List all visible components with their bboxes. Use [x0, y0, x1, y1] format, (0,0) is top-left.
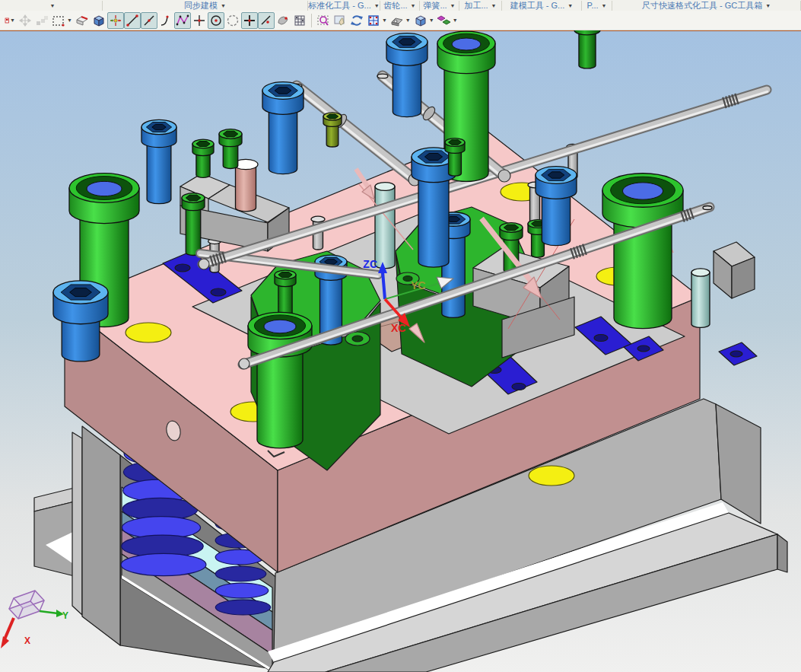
toolbar-tab-label: 建模工具 - G... [510, 1, 565, 11]
chevron-down-icon[interactable]: ▼ [453, 18, 458, 23]
chevron-down-icon[interactable]: ▼ [50, 3, 56, 8]
chevron-down-icon[interactable]: ▼ [429, 18, 434, 23]
pattern-face-icon[interactable] [33, 12, 50, 29]
toolbar-tab-label: 尺寸快速格式化工具 - GC工具箱 [642, 1, 762, 11]
viewport-3d[interactable]: ZC YC XC X Y [0, 0, 801, 672]
plus-point-tool-icon[interactable] [241, 12, 258, 29]
chevron-down-icon[interactable]: ▼ [602, 3, 607, 8]
toolbar-tab-label: 齿轮... [383, 1, 407, 11]
pan-view-icon[interactable] [332, 12, 348, 29]
toolbar-divider [311, 14, 312, 27]
chevron-down-icon[interactable]: ▼ [382, 18, 387, 23]
toolbar-tab-1[interactable]: 同步建模▼ [103, 1, 308, 11]
wcs-x-label: XC [391, 322, 405, 334]
toolbar-tab-5[interactable]: 加工...▼ [459, 1, 502, 11]
point-axis-icon[interactable] [191, 12, 208, 29]
toolbar-tab-label: 加工... [464, 1, 488, 11]
chevron-down-icon[interactable]: ▼ [411, 3, 416, 8]
wcs-z-label: ZC [363, 258, 377, 270]
toolbar-tab-3[interactable]: 齿轮...▼ [380, 1, 420, 11]
snap-grid-icon[interactable] [365, 12, 382, 29]
face-point-icon[interactable] [275, 12, 291, 29]
circle-center-tool-icon[interactable] [208, 12, 224, 29]
chevron-down-icon[interactable]: ▼ [221, 3, 226, 8]
toolbar-tab-4[interactable]: 弹簧...▼ [420, 1, 459, 11]
chevron-down-icon[interactable]: ▼ [450, 3, 456, 8]
chevron-down-icon[interactable]: ▼ [67, 18, 72, 23]
format-brush-icon[interactable] [1, 12, 10, 29]
chevron-down-icon[interactable]: ▼ [10, 18, 15, 23]
view-x-label: X [24, 635, 30, 646]
toolbar-tab-8[interactable]: 尺寸快速格式化工具 - GC工具箱▼ [612, 1, 801, 11]
line-midpoint-tool-icon[interactable] [141, 12, 157, 29]
toolbar-tab-2[interactable]: 标准化工具 - G...▼ [308, 1, 380, 11]
render-style-icon[interactable] [389, 12, 405, 29]
delete-face-icon[interactable] [74, 12, 91, 29]
guide-bushing-centerleft[interactable] [248, 312, 312, 447]
toolbar-tab-7[interactable]: P...▼ [582, 1, 612, 11]
support-pillar-left[interactable] [72, 426, 120, 645]
chevron-down-icon[interactable]: ▼ [765, 3, 771, 8]
move-face-icon[interactable] [17, 12, 33, 29]
toolbar-tab-6[interactable]: 建模工具 - G...▼ [502, 1, 582, 11]
shaded-view-icon[interactable] [412, 12, 429, 29]
chevron-down-icon[interactable]: ▼ [374, 3, 380, 8]
cad-window: { "toolbar_row1": { "items": [ {"label":… [0, 0, 801, 672]
spline-tool-icon[interactable] [174, 12, 191, 29]
wcs-y-label: YC [411, 279, 425, 291]
visualize-shape-icon[interactable] [436, 12, 453, 29]
toolbar-icons: ▼▼▼▼▼▼ [0, 11, 801, 30]
toolbar-tab-label: 标准化工具 - G... [308, 1, 371, 11]
point-tool-icon[interactable] [107, 12, 124, 29]
fillet-curve-tool-icon[interactable] [157, 12, 174, 29]
toolbar-tab-label: 同步建模 [184, 1, 218, 11]
date-insert-left[interactable] [375, 183, 395, 269]
zoom-fit-icon[interactable] [315, 12, 332, 29]
shaded-cube-icon[interactable] [91, 12, 107, 29]
guide-bushing-right[interactable] [602, 174, 683, 329]
chevron-down-icon[interactable]: ▼ [405, 18, 411, 23]
grid-table-icon[interactable] [291, 12, 308, 29]
toolbar-tabs: ▼同步建模▼标准化工具 - G...▼齿轮...▼弹簧...▼加工...▼建模工… [0, 0, 801, 11]
rotate-view-icon[interactable] [348, 12, 365, 29]
select-marquee-icon[interactable] [50, 12, 67, 29]
chevron-down-icon[interactable]: ▼ [567, 3, 573, 8]
chevron-down-icon[interactable]: ▼ [491, 3, 497, 8]
toolbar-tab-label: 弹簧... [423, 1, 447, 11]
ellipse-tool-icon[interactable] [224, 12, 241, 29]
toolbar-tab-0[interactable]: ▼ [0, 1, 103, 11]
date-insert-right[interactable] [691, 269, 710, 327]
view-y-label: Y [62, 610, 68, 621]
line-tool-icon[interactable] [124, 12, 141, 29]
toolbar-tab-label: P... [586, 1, 598, 10]
chamfer-line-tool-icon[interactable] [258, 12, 275, 29]
